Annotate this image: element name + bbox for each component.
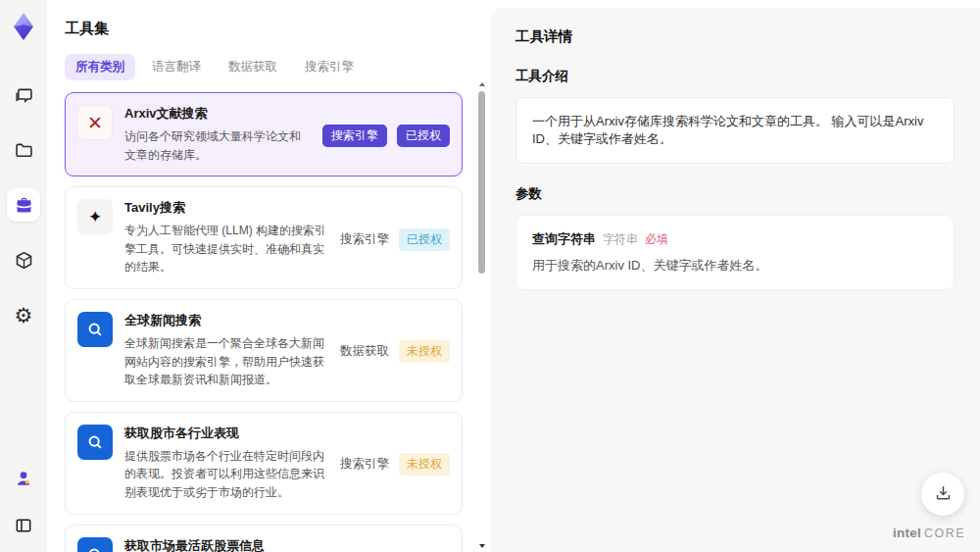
category-tag: 数据获取 <box>340 343 389 360</box>
tool-card-stock-sectors[interactable]: 获取股市各行业表现 提供股票市场各个行业在特定时间段内的表现。投资者可以利用这些… <box>65 412 463 515</box>
tavily-logo-icon: ✦ <box>77 199 113 234</box>
page-title: 工具集 <box>65 20 474 38</box>
tool-tags: 搜索引擎 未授权 <box>340 537 450 552</box>
news-search-icon <box>77 312 113 347</box>
tool-card-body: Arxiv文献搜索 访问各个研究领域大量科学论文和文章的存储库。 <box>124 105 311 164</box>
params-heading: 参数 <box>515 185 955 203</box>
folder-icon <box>14 140 34 161</box>
param-type: 字符串 <box>603 231 638 248</box>
status-badge: 已授权 <box>397 125 450 147</box>
package-icon <box>14 250 34 271</box>
download-button[interactable] <box>921 473 964 516</box>
stock-search-icon <box>77 425 113 460</box>
scrollbar-thumb[interactable] <box>478 91 485 274</box>
param-header: 查询字符串 字符串 必填 <box>532 230 938 248</box>
sidebar-nav: ⚙ <box>7 78 40 331</box>
intel-core-logo: intel CORE <box>893 526 965 540</box>
tool-name: Tavily搜索 <box>124 199 328 217</box>
category-tag: 搜索引擎 <box>340 456 389 473</box>
app-logo-icon <box>9 12 38 41</box>
tavily-glyph: ✦ <box>88 209 102 226</box>
tool-list: ✕ Arxiv文献搜索 访问各个研究领域大量科学论文和文章的存储库。 搜索引擎 … <box>65 92 474 552</box>
tab-search-engine[interactable]: 搜索引擎 <box>294 54 365 80</box>
intro-heading: 工具介绍 <box>515 68 955 85</box>
tab-all-categories[interactable]: 所有类别 <box>65 54 135 80</box>
tool-tags: 数据获取 未授权 <box>340 312 450 389</box>
status-badge: 未授权 <box>399 453 450 476</box>
toolbox-icon <box>14 195 34 216</box>
tool-name: Arxiv文献搜索 <box>124 105 311 123</box>
tool-description: 专为人工智能代理 (LLM) 构建的搜索引擎工具。可快速提供实时、准确和真实的结… <box>124 222 328 276</box>
tool-detail-pane: 工具详情 工具介绍 一个用于从Arxiv存储库搜索科学论文和文章的工具。 输入可… <box>490 8 980 552</box>
tab-data-fetching[interactable]: 数据获取 <box>218 54 288 80</box>
tool-name: 获取股市各行业表现 <box>124 425 328 442</box>
sidebar-item-tools[interactable] <box>7 188 40 222</box>
tab-language-translation[interactable]: 语言翻译 <box>141 54 212 80</box>
tool-card-global-news[interactable]: 全球新闻搜索 全球新闻搜索是一个聚合全球各大新闻网站内容的搜索引擎，帮助用户快速… <box>65 299 463 402</box>
tool-description: 访问各个研究领域大量科学论文和文章的存储库。 <box>124 127 311 164</box>
intro-card: 一个用于从Arxiv存储库搜索科学论文和文章的工具。 输入可以是Arxiv ID… <box>515 97 955 164</box>
tool-description: 全球新闻搜索是一个聚合全球各大新闻网站内容的搜索引擎，帮助用户快速获取全球最新资… <box>124 334 328 389</box>
param-card: 查询字符串 字符串 必填 用于搜索的Arxiv ID、关键字或作者姓名。 <box>515 215 955 290</box>
tool-card-arxiv[interactable]: ✕ Arxiv文献搜索 访问各个研究领域大量科学论文和文章的存储库。 搜索引擎 … <box>65 92 463 176</box>
scroll-down-arrow[interactable] <box>479 544 485 548</box>
chat-icon <box>14 85 34 106</box>
sidebar-item-settings[interactable]: ⚙ <box>7 298 40 331</box>
status-badge: 已授权 <box>399 228 450 251</box>
category-tag: 搜索引擎 <box>322 125 387 147</box>
scroll-up-arrow[interactable] <box>479 82 485 86</box>
status-badge: 未授权 <box>399 340 450 363</box>
tool-list-pane: 工具集 所有类别 语言翻译 数据获取 搜索引擎 ✕ Arxiv文献搜索 访问各个… <box>47 0 490 552</box>
arxiv-logo-icon: ✕ <box>77 105 113 140</box>
stock-search-icon <box>77 537 113 552</box>
tool-card-active-stocks[interactable]: 获取市场最活跃股票信息 提供当天交易量最高的股票列表。投资者可以利用这些信息来识… <box>65 525 463 552</box>
category-tag: 搜索引擎 <box>340 231 389 248</box>
tool-card-body: 全球新闻搜索 全球新闻搜索是一个聚合全球各大新闻网站内容的搜索引擎，帮助用户快速… <box>124 312 328 389</box>
sidebar-bottom <box>7 462 40 542</box>
tool-card-body: Tavily搜索 专为人工智能代理 (LLM) 构建的搜索引擎工具。可快速提供实… <box>124 199 328 276</box>
detail-title: 工具详情 <box>515 27 955 46</box>
sidebar-item-account[interactable] <box>7 462 40 495</box>
param-name: 查询字符串 <box>532 230 596 248</box>
intro-text: 一个用于从Arxiv存储库搜索科学论文和文章的工具。 输入可以是Arxiv ID… <box>532 114 923 146</box>
param-description: 用于搜索的Arxiv ID、关键字或作者姓名。 <box>532 257 938 275</box>
tool-tags: 搜索引擎 已授权 <box>340 199 450 276</box>
user-avatar-icon <box>14 469 33 488</box>
tool-card-tavily[interactable]: ✦ Tavily搜索 专为人工智能代理 (LLM) 构建的搜索引擎工具。可快速提… <box>65 186 463 289</box>
list-scrollbar[interactable] <box>477 82 487 548</box>
core-brand-text: CORE <box>924 527 965 540</box>
sidebar-item-files[interactable] <box>7 133 40 167</box>
arxiv-glyph: ✕ <box>87 114 103 132</box>
sidebar: ⚙ <box>0 0 47 552</box>
tool-tags: 搜索引擎 未授权 <box>340 425 450 502</box>
tool-card-body: 获取市场最活跃股票信息 提供当天交易量最高的股票列表。投资者可以利用这些信息来识… <box>124 537 328 552</box>
category-tabs: 所有类别 语言翻译 数据获取 搜索引擎 <box>65 54 474 80</box>
panel-toggle-icon <box>14 516 33 535</box>
download-icon <box>934 483 953 506</box>
tool-card-body: 获取股市各行业表现 提供股票市场各个行业在特定时间段内的表现。投资者可以利用这些… <box>124 425 328 502</box>
tool-name: 获取市场最活跃股票信息 <box>124 537 328 552</box>
param-required-flag: 必填 <box>645 231 668 248</box>
app-window: ⚙ <box>0 0 980 552</box>
tool-tags: 搜索引擎 已授权 <box>322 105 450 164</box>
gear-icon: ⚙ <box>15 305 33 326</box>
sidebar-item-chat[interactable] <box>7 78 40 112</box>
intel-brand-text: intel <box>893 526 921 540</box>
sidebar-item-packages[interactable] <box>7 243 40 276</box>
tool-description: 提供股票市场各个行业在特定时间段内的表现。投资者可以利用这些信息来识别表现优于或… <box>124 447 328 502</box>
tool-name: 全球新闻搜索 <box>124 312 328 329</box>
sidebar-item-collapse[interactable] <box>7 509 40 542</box>
